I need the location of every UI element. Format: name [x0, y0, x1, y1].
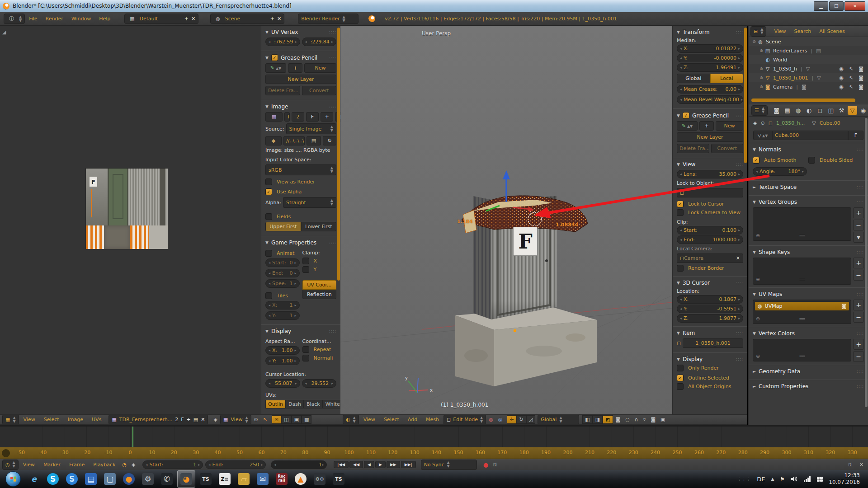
uv-menu-select[interactable]: Select [40, 415, 63, 424]
double-sided-checkbox[interactable] [808, 157, 815, 164]
taskbar-app-documents-app[interactable]: ▢ [101, 471, 118, 487]
visibility-eye-icon[interactable]: ◉ [839, 84, 844, 90]
item-name-field[interactable]: 1_0350_h.001 [683, 338, 743, 348]
uv-coordinates-toggle[interactable]: UV Coor... [302, 280, 337, 290]
taskbar-app-firefox[interactable]: ● [120, 471, 137, 487]
median-x-field[interactable]: ◂X:-0.01822▸ [677, 44, 743, 53]
taskbar-app-train-sim-2[interactable]: TS [330, 471, 347, 487]
clip-end-field[interactable]: ◂End:1000.000▸ [677, 235, 743, 244]
image-new-icon[interactable]: + [187, 417, 191, 422]
data-tab[interactable]: ▽ [848, 106, 857, 115]
render-tab[interactable]: ◙ [772, 106, 781, 115]
uv-select-edge-icon[interactable]: ◫ [281, 415, 291, 424]
image-source-dropdown[interactable]: Single Image▲▼ [286, 123, 337, 134]
outline-selected-checkbox[interactable] [677, 375, 684, 381]
image-fake-user-button[interactable]: F [181, 417, 184, 422]
use-alpha-checkbox[interactable] [265, 188, 272, 195]
lock-camera-checkbox[interactable] [677, 209, 684, 216]
panel-header-image[interactable]: ▼Image:::: [265, 103, 336, 110]
jump-prev-keyframe-button[interactable]: ◀◀ [349, 461, 363, 468]
select-mode-face-icon[interactable]: ◩ [603, 415, 613, 424]
timeline-ruler[interactable]: -50-40-30-20-100102030405060708090100110… [0, 447, 868, 459]
median-y-field[interactable]: ◂Y:-0.00000▸ [677, 54, 743, 62]
uv-mode-dropdown[interactable]: ▦ View▲▼ [220, 414, 251, 425]
editor-type-button[interactable]: ▦▲▼ [2, 414, 19, 425]
auto-smooth-checkbox[interactable] [753, 157, 760, 164]
tl-menu-view[interactable]: View [19, 460, 39, 469]
gp-delete-frame-button[interactable]: Delete Fra... [265, 86, 300, 95]
insert-keyframe-icon[interactable]: ⚿ [846, 461, 854, 469]
tl-menu-marker[interactable]: Marker [39, 460, 65, 469]
constraints-tab[interactable]: ◫ [826, 106, 835, 115]
remove-uv-map-button[interactable]: − [853, 312, 864, 323]
pencil-icon[interactable]: ✎▲▼ [677, 121, 698, 131]
editor-type-button[interactable]: ◐▲▼ [343, 414, 359, 425]
pin-icon[interactable]: ◈ [211, 416, 219, 423]
play-button[interactable]: ▶ [375, 461, 386, 468]
screen-layout-selector[interactable]: ▦ Default + ✕ [124, 14, 198, 24]
layout-add-icon[interactable]: + [184, 16, 189, 22]
properties-scrollbar[interactable] [865, 118, 868, 407]
anim-end-field[interactable]: ◂End:0▸ [265, 269, 300, 277]
language-indicator[interactable]: DE [757, 476, 765, 483]
clip-start-field[interactable]: ◂Start:0.100▸ [677, 226, 743, 235]
image-filepath-field[interactable]: //..\..\..\..4.png [283, 136, 305, 145]
pencil-icon[interactable]: ✎▲▼ [265, 63, 286, 73]
panel-header-view[interactable]: ▼View:::: [677, 161, 743, 168]
render-engine-selector[interactable]: Blender Render▲▼ [298, 14, 359, 24]
manipulator-rotate-icon[interactable]: ↻ [517, 415, 526, 424]
selectability-cursor-icon[interactable]: ↖ [849, 66, 853, 72]
scene-delete-icon[interactable]: ✕ [277, 16, 281, 22]
frame-end-field[interactable]: ◂End:250▸ [205, 460, 266, 469]
vertex-group-specials-button[interactable]: ▾ [853, 232, 864, 243]
panel-header-item[interactable]: ▼Item:::: [677, 330, 743, 336]
median-z-field[interactable]: ◂Z:1.96491▸ [677, 63, 743, 72]
outliner-row-object-active[interactable]: ⊕ ▽ 1_0350_h.001 |▽ ◉ ↖ ◙ [749, 73, 868, 82]
render-border-checkbox[interactable] [677, 265, 684, 272]
uv-sidebar-scrollbar[interactable] [337, 28, 340, 281]
add-shape-key-button[interactable]: + [853, 258, 864, 268]
uv-sync-selection-icon[interactable]: ↖ [261, 416, 269, 423]
tiles-y-field[interactable]: ◂Y:1▸ [265, 311, 300, 320]
uv-menu-view[interactable]: View [19, 415, 39, 424]
editor-type-button[interactable]: ⊟▲▼ [750, 26, 766, 37]
animated-checkbox[interactable] [265, 250, 272, 257]
panel-header-geometry-data[interactable]: ►Geometry Data:::: [753, 368, 864, 375]
mode-dropdown[interactable]: ◻ Edit Mode▲▼ [443, 415, 486, 425]
image-name-field[interactable]: TDR [284, 112, 290, 122]
volume-icon[interactable] [790, 476, 798, 482]
panel-header-texture-space[interactable]: ►Texture Space:::: [753, 184, 864, 190]
filepath-browse-icon[interactable]: ▤ [307, 136, 321, 145]
add-vertex-color-button[interactable]: + [853, 339, 864, 350]
gp-convert-button[interactable]: Convert [711, 144, 744, 153]
vp-menu-add[interactable]: Add [404, 415, 421, 424]
uv-select-vertex-icon[interactable]: ⊡ [272, 415, 281, 424]
ruler-scroll-handle[interactable] [2, 449, 10, 457]
taskbar-app-skype-classic[interactable]: S [63, 471, 80, 487]
jump-next-keyframe-button[interactable]: ▶▶ [387, 461, 400, 468]
panel-header-display[interactable]: ▼Display:::: [265, 328, 336, 334]
jump-to-end-button[interactable]: ▶▶| [401, 461, 416, 468]
minimize-button[interactable]: ▁ [814, 1, 828, 11]
manipulator-translate-icon[interactable]: ✛ [507, 415, 516, 424]
uv-draw-white[interactable]: White [323, 400, 340, 408]
layout-delete-icon[interactable]: ✕ [191, 16, 195, 22]
uv-draw-dash[interactable]: Dash [286, 400, 304, 408]
delete-keyframe-icon[interactable]: ✕ [857, 461, 866, 469]
image-users-count[interactable]: 2 [175, 417, 178, 422]
image-users-count[interactable]: 2 [292, 112, 304, 122]
add-vertex-group-button[interactable]: + [853, 207, 864, 218]
select-mode-vertex-icon[interactable]: ◧ [582, 415, 592, 424]
global-toggle[interactable]: Global [677, 74, 710, 83]
play-reverse-button[interactable]: ◀ [364, 461, 374, 468]
clamp-x-checkbox[interactable] [302, 258, 309, 264]
anim-speed-field[interactable]: ◂Spee:1▸ [265, 279, 300, 288]
taskbar-app-vlc[interactable]: ▲ [292, 471, 309, 487]
start-button[interactable] [5, 471, 21, 487]
clamp-y-checkbox[interactable] [302, 266, 309, 273]
panel-header-game-properties[interactable]: ▼Game Properties:::: [265, 239, 336, 246]
taskbar-app-mail-app[interactable]: ✉ [254, 471, 271, 487]
grease-pencil-checkbox[interactable] [271, 54, 278, 61]
occlude-geometry-icon[interactable]: ◙ [613, 416, 623, 423]
uv-vertex-x-field[interactable]: ◂:762.59▸ [265, 38, 300, 46]
